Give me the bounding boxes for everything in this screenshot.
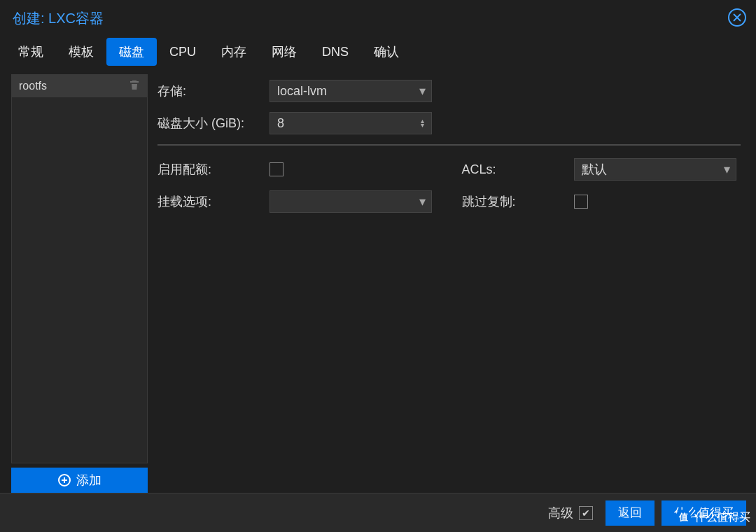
next-button-label: 什么值得买 (674, 505, 734, 521)
storage-label: 存储: (158, 83, 270, 99)
next-button[interactable]: 什么值得买 (662, 500, 746, 526)
acls-value: 默认 (582, 161, 607, 178)
spinner-icon[interactable]: ▴▾ (421, 119, 424, 127)
row-skip-replication: 跳过复制: (462, 188, 746, 216)
row-disk-size: 磁盘大小 (GiB): 8 ▴▾ (158, 109, 745, 137)
col-left: 启用配额: 挂载选项: ▾ (158, 155, 441, 220)
acls-label: ACLs: (462, 162, 574, 177)
acls-select[interactable]: 默认 ▾ (574, 158, 736, 181)
col-right: ACLs: 默认 ▾ 跳过复制: (462, 155, 746, 220)
titlebar: 创建: LXC容器 (0, 0, 756, 36)
tab-template[interactable]: 模板 (56, 38, 106, 66)
trash-icon[interactable] (129, 79, 140, 93)
tab-disk[interactable]: 磁盘 (106, 38, 157, 66)
close-button[interactable] (728, 8, 746, 27)
dialog-title: 创建: LXC容器 (13, 9, 104, 28)
dialog-create-lxc: 创建: LXC容器 常规 模板 磁盘 CPU 内存 网络 DNS 确认 root… (0, 0, 756, 532)
disk-list: rootfs (11, 74, 148, 463)
enable-quota-checkbox[interactable] (270, 162, 284, 176)
disk-size-value: 8 (277, 116, 284, 131)
tab-bar: 常规 模板 磁盘 CPU 内存 网络 DNS 确认 (0, 36, 756, 67)
content-area: rootfs 添加 存储: local-lvm ▾ 磁盘大小 (0, 67, 756, 493)
add-button-label: 添加 (76, 472, 102, 489)
mount-options-select[interactable]: ▾ (270, 190, 432, 213)
tab-confirm[interactable]: 确认 (361, 38, 412, 66)
storage-select[interactable]: local-lvm ▾ (270, 80, 432, 102)
row-acls: ACLs: 默认 ▾ (462, 155, 746, 183)
enable-quota-label: 启用配额: (158, 161, 270, 178)
add-disk-button[interactable]: 添加 (11, 468, 148, 493)
row-storage: 存储: local-lvm ▾ (158, 77, 745, 105)
plus-circle-icon (58, 474, 71, 486)
chevron-down-icon: ▾ (724, 162, 730, 177)
mount-options-label: 挂载选项: (158, 193, 270, 210)
tab-memory[interactable]: 内存 (209, 38, 259, 66)
tab-cpu[interactable]: CPU (157, 39, 209, 65)
disk-item-label: rootfs (19, 80, 47, 92)
row-mount-options: 挂载选项: ▾ (158, 188, 441, 216)
form-divider (158, 144, 741, 146)
advanced-checkbox[interactable] (579, 506, 593, 520)
advanced-toggle[interactable]: 高级 (548, 505, 593, 522)
disk-size-input[interactable]: 8 ▴▾ (270, 112, 432, 134)
storage-value: local-lvm (277, 84, 327, 99)
disk-form: 存储: local-lvm ▾ 磁盘大小 (GiB): 8 ▴▾ 启用配额: (155, 74, 745, 493)
back-button[interactable]: 返回 (606, 500, 654, 526)
disk-sidebar: rootfs 添加 (11, 74, 148, 493)
back-button-label: 返回 (618, 505, 642, 521)
disk-size-label: 磁盘大小 (GiB): (158, 115, 270, 132)
row-enable-quota: 启用配额: (158, 155, 441, 183)
advanced-options: 启用配额: 挂载选项: ▾ ACLs: (158, 155, 745, 220)
tab-general[interactable]: 常规 (6, 38, 56, 66)
tab-network[interactable]: 网络 (259, 38, 309, 66)
disk-list-item-rootfs[interactable]: rootfs (12, 75, 147, 97)
skip-replication-checkbox[interactable] (574, 195, 588, 209)
chevron-down-icon: ▾ (419, 83, 426, 99)
advanced-label: 高级 (548, 505, 573, 522)
tab-dns[interactable]: DNS (309, 39, 361, 65)
dialog-footer: 高级 返回 什么值得买 值 什么值得买 (0, 493, 756, 532)
skip-replication-label: 跳过复制: (462, 193, 574, 210)
chevron-down-icon: ▾ (419, 194, 426, 209)
close-icon (732, 13, 742, 22)
